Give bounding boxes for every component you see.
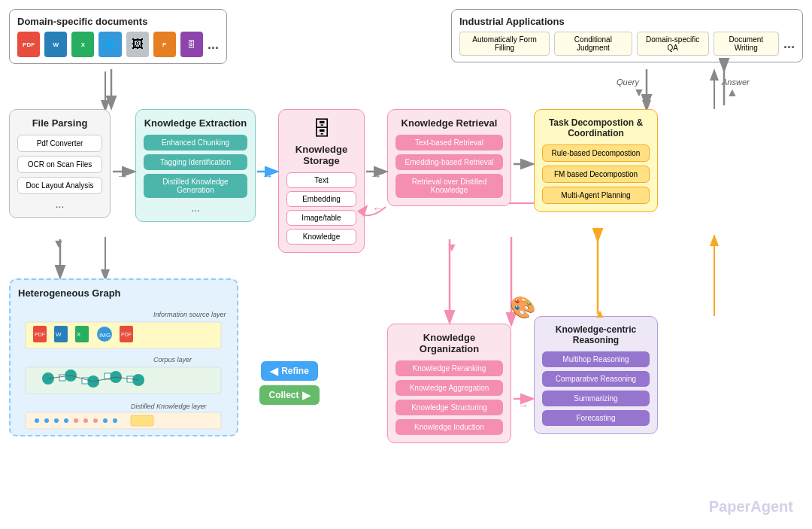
refine-label: Refine — [281, 366, 309, 376]
left-arrow-icon: ◀ — [270, 365, 278, 377]
ko-item-structuring: Knowledge Structuring — [395, 400, 503, 415]
industrial-apps-box: Industrial Applications Automatically Fo… — [451, 9, 803, 62]
td-title: Task Decompostion & Coordination — [542, 117, 650, 138]
app-dots: ... — [783, 32, 795, 56]
fp-item-pdf: Pdf Converter — [17, 135, 102, 152]
domain-docs-box: Domain-specific documents PDF W X 🌐 🖼 P … — [9, 9, 227, 64]
svg-point-45 — [64, 418, 68, 423]
kr-title: Knowledge Retrieval — [395, 117, 503, 129]
ks-item-image: Image/table — [286, 210, 356, 226]
td-item-fm: FM based Decompostion — [542, 166, 650, 183]
svg-rect-32 — [59, 375, 65, 381]
app-item-qa: Domain-specific QA — [637, 32, 709, 56]
excel-icon: X — [71, 32, 94, 57]
knowledge-storage-box: 🗄 Knowledge Storage Text Embedding Image… — [278, 109, 365, 253]
ks-item-know: Knowledge — [286, 229, 356, 245]
td-item-rule: Rule-based Decompostion — [542, 144, 650, 162]
svg-point-43 — [44, 418, 49, 423]
arrow-fp-ke: → — [117, 169, 129, 183]
svg-text:Distilled Knowledge layer: Distilled Knowledge layer — [131, 403, 208, 410]
het-graph-box: Heterogeneous Graph Information source l… — [9, 278, 238, 436]
kcr-title: Knowledge-centric Reasoning — [542, 324, 650, 345]
ke-dots: ... — [144, 202, 247, 214]
pinwheel-icon: 🎨 — [510, 295, 536, 320]
img-icon: 🖼 — [126, 32, 149, 57]
svg-text:IMG: IMG — [99, 332, 111, 339]
knowledge-org-box: Knowledge Organization Knowledge Reranki… — [387, 324, 511, 443]
app-items-row: Automatically Form Filling Conditional J… — [459, 32, 795, 56]
knowledge-retrieval-box: Knowledge Retrieval Text-based Retrieval… — [387, 109, 511, 206]
arrow-kcr-td: ▲ — [594, 307, 606, 321]
td-item-multi: Multi-Agent Planning — [542, 187, 650, 204]
answer-arrow: ▲ — [726, 86, 738, 99]
svg-point-48 — [93, 418, 98, 423]
ks-item-text: Text — [286, 172, 356, 188]
arrow-ks-kr: → — [370, 169, 382, 183]
kcr-item-summarizing: Summarizing — [542, 391, 650, 406]
svg-text:PDF: PDF — [35, 332, 45, 337]
arrow-kr-ks-feedback: ← — [372, 202, 384, 215]
refine-arrow-box: ◀ Refine — [261, 361, 318, 381]
het-graph-title: Heterogeneous Graph — [18, 287, 229, 299]
domain-icons-row: PDF W X 🌐 🖼 P 🗄 ... — [17, 32, 219, 57]
arrow-kr-td: → — [517, 158, 529, 172]
app-item-doc: Document Writing — [714, 32, 779, 56]
industrial-apps-title: Industrial Applications — [459, 16, 795, 27]
pdf-icon: PDF — [17, 32, 40, 57]
ke-item-chunking: Enhanced Chunking — [144, 135, 247, 150]
knowledge-extraction-box: Knowledge Extraction Enhanced Chunking T… — [135, 109, 256, 222]
knowledge-reasoning-box: Knowledge-centric Reasoning Multihop Rea… — [534, 316, 658, 434]
ks-item-embed: Embedding — [286, 191, 356, 207]
web-icon: 🌐 — [98, 32, 121, 57]
svg-text:Corpus layer: Corpus layer — [153, 356, 192, 363]
collect-arrow-box: Collect ▶ — [259, 385, 319, 405]
domain-docs-title: Domain-specific documents — [17, 16, 219, 27]
ke-item-tagging: Tagging Identification — [144, 154, 247, 170]
svg-point-46 — [74, 418, 78, 423]
arrow-ko-kcr: → — [517, 399, 529, 412]
kcr-item-comparative: Comparative Reasoning — [542, 371, 650, 387]
graph-visual: Information source layer PDF W X IMG PDF… — [18, 303, 229, 431]
kr-item-embed: Emedding-based Retrieval — [395, 154, 503, 170]
watermark: PaperAgent — [709, 498, 793, 515]
ko-title: Knowledge Organization — [395, 332, 503, 354]
ke-item-distilled: Distilled Knowledge Generation — [144, 174, 247, 198]
file-parsing-title: File Parsing — [17, 117, 102, 129]
svg-point-50 — [113, 418, 117, 423]
arrow-ke-ks: → — [262, 169, 274, 183]
ke-title: Knowledge Extraction — [144, 117, 247, 129]
kcr-item-forecasting: Forecasting — [542, 410, 650, 426]
db-icon: 🗄 — [180, 32, 203, 57]
ko-item-induction: Knowledge Induction — [395, 419, 503, 435]
svg-rect-26 — [26, 367, 221, 394]
ko-item-reranking: Knowledge Reranking — [395, 360, 503, 376]
kcr-item-multihop: Multihop Reasoning — [542, 351, 650, 367]
ks-title: Knowledge Storage — [286, 144, 356, 166]
svg-text:PDF: PDF — [121, 332, 132, 337]
ks-icon: 🗄 — [286, 117, 356, 141]
app-item-form: Automatically Form Filling — [459, 32, 550, 56]
fp-dots: ... — [17, 198, 102, 210]
refine-collect-area: ◀ Refine Collect ▶ — [248, 361, 331, 405]
fp-item-ocr: OCR on Scan Files — [17, 156, 102, 173]
svg-point-42 — [35, 418, 39, 423]
right-arrow-icon: ▶ — [302, 389, 311, 401]
app-item-cond: Conditional Judgment — [554, 32, 632, 56]
ppt-icon: P — [153, 32, 176, 57]
dots-icon: ... — [208, 37, 219, 53]
svg-rect-51 — [131, 415, 153, 426]
svg-text:W: W — [56, 331, 62, 338]
word-icon: W — [44, 32, 67, 57]
query-arrow: ▼ — [633, 86, 645, 99]
kr-item-text: Text-based Retrieval — [395, 135, 503, 150]
svg-text:Information source layer: Information source layer — [153, 311, 227, 318]
svg-point-44 — [54, 418, 59, 423]
svg-point-49 — [103, 418, 108, 423]
ko-item-aggregation: Knowledge Aggregation — [395, 380, 503, 396]
task-decomp-box: Task Decompostion & Coordination Rule-ba… — [534, 109, 658, 212]
arrow-fp-down: ▼ — [53, 237, 65, 251]
svg-point-47 — [83, 418, 88, 423]
arrow-kr-ko: ▼ — [446, 241, 458, 254]
kr-item-distilled: Retrieval over Distilled Knowledge — [395, 174, 503, 198]
collect-label: Collect — [268, 390, 298, 400]
